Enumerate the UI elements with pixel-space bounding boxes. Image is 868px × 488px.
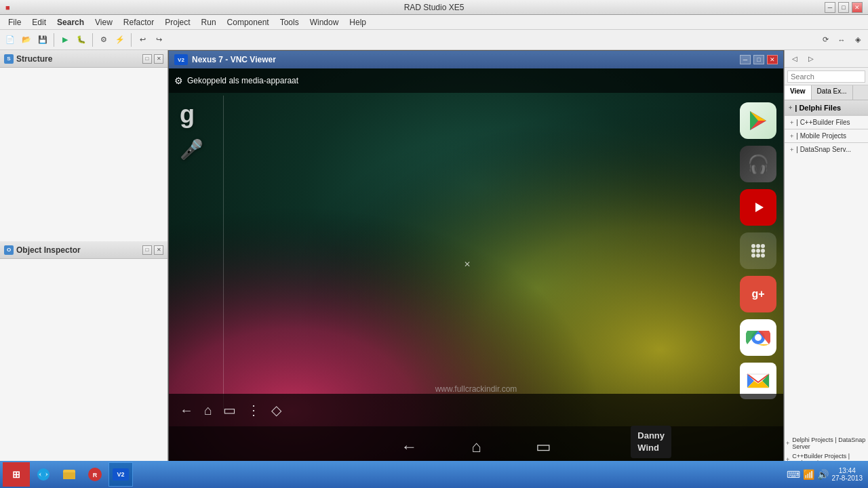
svg-point-17 — [756, 253, 760, 258]
taskbar-rad-studio[interactable]: V2 — [108, 462, 133, 487]
apps-grid-svg — [749, 241, 768, 260]
mobile-projects-item[interactable]: + | Mobile Projects — [787, 131, 865, 141]
app-icon-music[interactable]: 🎧 — [740, 146, 776, 182]
taskbar-app3[interactable]: R — [83, 462, 107, 487]
title-bar-controls: ─ □ ✕ — [825, 2, 863, 13]
app-icon-apps[interactable] — [740, 232, 776, 269]
android-nav-back[interactable]: ← — [401, 437, 417, 456]
new-btn[interactable]: 📄 — [3, 33, 18, 47]
right-tb-btn2[interactable]: ▷ — [804, 52, 818, 66]
svg-point-11 — [756, 244, 760, 248]
toolbar-sep-1 — [54, 33, 54, 47]
android-screen[interactable]: ⚙ Gekoppeld als media-apparaat g 🎤 ✕ — [169, 68, 783, 467]
play-store-svg — [747, 110, 769, 131]
android-divider — [223, 96, 224, 413]
menu-search[interactable]: Search — [52, 16, 90, 28]
svg-text:R: R — [93, 472, 98, 479]
menu-help[interactable]: Help — [344, 16, 372, 28]
menu-component[interactable]: Component — [222, 16, 275, 28]
run-btn[interactable]: ▶ — [58, 33, 73, 47]
menu-run[interactable]: Run — [196, 16, 222, 28]
ie-icon — [36, 467, 51, 482]
svg-point-14 — [756, 249, 760, 253]
google-search-widget[interactable]: g — [180, 102, 203, 127]
close-button[interactable]: ✕ — [852, 2, 863, 13]
delphi-projects-item[interactable]: + Delphi Projects | DataSnap Server — [785, 435, 868, 451]
android-tb-back[interactable]: ← — [180, 403, 193, 418]
save-btn[interactable]: 💾 — [35, 33, 50, 47]
vnc-minimize-btn[interactable]: ─ — [740, 55, 751, 64]
redo-btn[interactable]: ↪ — [151, 33, 166, 47]
minimize-button[interactable]: ─ — [825, 2, 835, 13]
svg-point-10 — [751, 244, 755, 248]
cpp-files-item[interactable]: + | C++Builder Files — [787, 117, 865, 127]
right-panel: ◁ ▷ View Data Ex... + | Delphi Files + |… — [784, 50, 868, 468]
danny-wind-overlay: Danny Wind — [631, 426, 671, 458]
android-tb-menu[interactable]: ⋮ — [247, 402, 260, 418]
android-tb-block[interactable]: ◇ — [271, 402, 281, 418]
vnc-title-text: Nexus 7 - VNC Viewer — [192, 55, 276, 64]
maximize-button[interactable]: □ — [838, 2, 849, 13]
structure-controls: □ ✕ — [142, 54, 163, 64]
svg-rect-29 — [64, 470, 68, 472]
android-nav-recent[interactable]: ▭ — [536, 437, 551, 456]
menu-tools[interactable]: Tools — [275, 16, 304, 28]
datasnap-item[interactable]: + | DataSnap Serv... — [787, 144, 865, 155]
rad-app3-icon: R — [87, 467, 102, 482]
taskbar-ie[interactable] — [31, 462, 56, 487]
object-inspector-close-btn[interactable]: ✕ — [154, 245, 163, 255]
right-panel-search — [785, 68, 868, 85]
menu-view[interactable]: View — [90, 16, 118, 28]
danny-wind-line1: Danny — [637, 430, 665, 442]
right-search-input[interactable] — [787, 70, 865, 83]
menu-edit[interactable]: Edit — [26, 16, 52, 28]
right-tab-data-ex[interactable]: Data Ex... — [812, 85, 853, 100]
mobile-proj-expand-icon: + — [790, 133, 793, 140]
media-notification: ⚙ Gekoppeld als media-apparaat — [174, 75, 298, 86]
mic-widget[interactable]: 🎤 — [180, 140, 203, 159]
menu-project[interactable]: Project — [159, 16, 195, 28]
taskbar-start-button[interactable]: ⊞ — [3, 462, 30, 487]
vnc-close-btn[interactable]: ✕ — [767, 55, 778, 64]
right-tb-3[interactable]: ◈ — [850, 33, 865, 47]
android-nav-home[interactable]: ⌂ — [471, 437, 481, 456]
taskbar-explorer[interactable] — [57, 462, 81, 487]
menu-refactor[interactable]: Refactor — [118, 16, 159, 28]
structure-header: S Structure □ ✕ — [0, 50, 167, 68]
vnc-titlebar: V2 Nexus 7 - VNC Viewer ─ □ ✕ — [169, 51, 783, 68]
svg-point-22 — [755, 334, 762, 341]
build-btn[interactable]: ⚙ — [96, 33, 111, 47]
app-icon-gplus[interactable]: g+ — [740, 276, 776, 312]
menu-file[interactable]: File — [3, 16, 26, 28]
cpp-files-section: + | C++Builder Files — [785, 115, 868, 129]
svg-rect-28 — [63, 472, 75, 479]
menu-window[interactable]: Window — [304, 16, 344, 28]
android-tb-recent[interactable]: ▭ — [223, 402, 236, 418]
android-tb-home[interactable]: ⌂ — [204, 403, 212, 418]
app-icon-google-play[interactable] — [740, 102, 776, 139]
compile-btn[interactable]: ⚡ — [113, 33, 127, 47]
taskbar-right: ⌨ 📶 🔊 13:44 27-8-2013 — [787, 467, 865, 482]
delphi-projects-label: Delphi Projects | DataSnap Server — [792, 436, 867, 450]
app-icon-youtube[interactable] — [740, 189, 776, 226]
structure-maximize-btn[interactable]: □ — [142, 54, 152, 64]
vnc-maximize-btn[interactable]: □ — [753, 55, 764, 64]
mobile-projects-label: | Mobile Projects — [796, 132, 846, 140]
open-btn[interactable]: 📂 — [19, 33, 34, 47]
app-icon-chrome[interactable] — [740, 319, 776, 356]
structure-close-btn[interactable]: ✕ — [154, 54, 163, 64]
right-tb-2[interactable]: ↔ — [834, 33, 849, 47]
object-inspector-controls: □ ✕ — [142, 245, 163, 255]
media-notification-text: Gekoppeld als media-apparaat — [187, 76, 298, 85]
taskbar-clock: 13:44 27-8-2013 — [831, 467, 863, 482]
debug-btn[interactable]: 🐛 — [74, 33, 89, 47]
taskbar-vnc-logo: V2 — [113, 468, 129, 481]
right-tab-view[interactable]: View — [785, 85, 812, 100]
right-tb-btn1[interactable]: ◁ — [787, 52, 802, 66]
undo-btn[interactable]: ↩ — [135, 33, 150, 47]
right-tb-1[interactable]: ⟳ — [818, 33, 833, 47]
object-inspector-label: Object Inspector — [16, 245, 81, 255]
object-inspector-maximize-btn[interactable]: □ — [142, 245, 152, 255]
title-bar-title: RAD Studio XE5 — [404, 3, 465, 12]
android-right-icons: 🎧 — [740, 102, 776, 399]
